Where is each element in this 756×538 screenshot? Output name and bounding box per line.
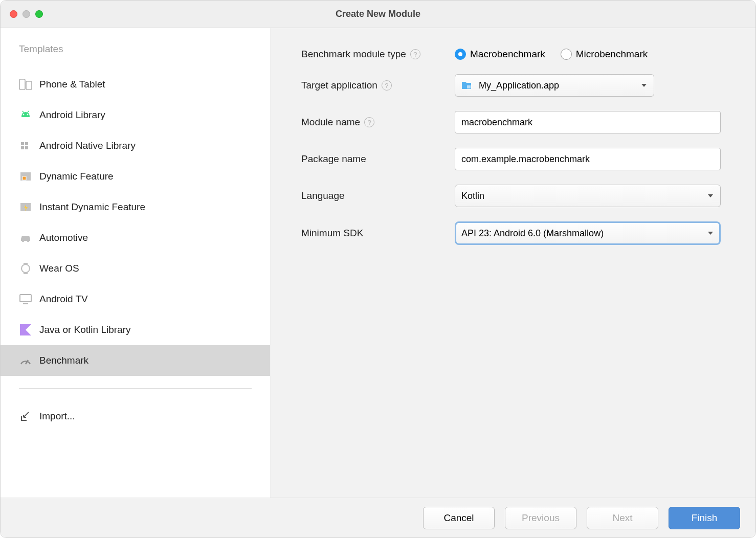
chevron-down-icon bbox=[707, 230, 714, 237]
radio-circle-icon bbox=[561, 49, 572, 60]
sidebar-item-label: Phone & Tablet bbox=[39, 79, 105, 90]
svg-rect-1 bbox=[26, 81, 32, 89]
sidebar-item-label: Android Native Library bbox=[39, 140, 136, 151]
sidebar-item-phone-tablet[interactable]: Phone & Tablet bbox=[1, 69, 270, 100]
kotlin-icon bbox=[19, 324, 32, 336]
import-icon bbox=[19, 410, 32, 422]
minimum-sdk-select[interactable]: API 23: Android 6.0 (Marshmallow) bbox=[455, 221, 721, 245]
car-icon bbox=[19, 232, 32, 244]
svg-point-3 bbox=[27, 114, 29, 116]
dialog-body: Templates Phone & Tablet Android Library bbox=[1, 28, 755, 498]
sidebar-item-android-tv[interactable]: Android TV bbox=[1, 284, 270, 315]
dialog-footer: Cancel Previous Next Finish bbox=[1, 498, 755, 537]
sidebar-item-android-library[interactable]: Android Library bbox=[1, 100, 270, 130]
dynamic-feature-icon bbox=[19, 170, 32, 183]
window-title: Create New Module bbox=[1, 9, 755, 19]
android-icon bbox=[19, 109, 32, 121]
sidebar-item-import[interactable]: Import... bbox=[1, 401, 270, 432]
row-language: Language Kotlin bbox=[301, 185, 735, 207]
svg-point-11 bbox=[22, 240, 25, 242]
sidebar-divider bbox=[19, 388, 252, 389]
close-window-button[interactable] bbox=[10, 10, 17, 18]
target-application-select[interactable]: My_Application.app bbox=[455, 74, 654, 97]
form-panel: Benchmark module type ? Macrobenchmark M… bbox=[271, 28, 755, 498]
svg-rect-6 bbox=[21, 142, 24, 145]
templates-sidebar: Templates Phone & Tablet Android Library bbox=[1, 28, 271, 498]
instant-dynamic-feature-icon bbox=[19, 201, 32, 213]
tv-icon bbox=[19, 293, 32, 305]
label-package-name: Package name bbox=[301, 153, 455, 165]
native-library-icon bbox=[19, 140, 32, 152]
finish-button[interactable]: Finish bbox=[669, 507, 740, 529]
svg-rect-0 bbox=[19, 79, 25, 89]
sidebar-item-wear-os[interactable]: Wear OS bbox=[1, 253, 270, 284]
dialog-window: Create New Module Templates Phone & Tabl… bbox=[0, 0, 756, 538]
chevron-down-icon bbox=[707, 192, 714, 199]
language-select[interactable]: Kotlin bbox=[455, 185, 721, 207]
window-controls bbox=[10, 10, 43, 18]
sidebar-item-label: Java or Kotlin Library bbox=[39, 324, 130, 335]
chevron-down-icon bbox=[640, 82, 648, 89]
phone-tablet-icon bbox=[19, 78, 32, 91]
svg-rect-19 bbox=[467, 85, 471, 88]
gauge-icon bbox=[19, 354, 32, 367]
svg-rect-16 bbox=[20, 295, 31, 302]
label-minimum-sdk: Minimum SDK bbox=[301, 228, 455, 239]
benchmark-type-radio-group: Macrobenchmark Microbenchmark bbox=[455, 49, 735, 60]
radio-circle-icon bbox=[455, 49, 466, 60]
minimize-window-button[interactable] bbox=[23, 10, 30, 18]
sidebar-item-label: Benchmark bbox=[39, 355, 88, 366]
sidebar-item-label: Android Library bbox=[39, 109, 105, 121]
radio-microbenchmark[interactable]: Microbenchmark bbox=[561, 49, 648, 60]
sidebar-item-label: Dynamic Feature bbox=[39, 171, 114, 182]
maximize-window-button[interactable] bbox=[35, 10, 43, 18]
label-module-name: Module name ? bbox=[301, 117, 455, 128]
row-benchmark-module-type: Benchmark module type ? Macrobenchmark M… bbox=[301, 49, 735, 60]
svg-line-5 bbox=[28, 111, 29, 113]
sidebar-item-label: Instant Dynamic Feature bbox=[39, 201, 145, 213]
sidebar-item-label: Android TV bbox=[39, 294, 88, 305]
sidebar-item-label: Import... bbox=[39, 411, 75, 422]
sidebar-item-dynamic-feature[interactable]: Dynamic Feature bbox=[1, 161, 270, 192]
svg-point-2 bbox=[23, 114, 25, 116]
sidebar-heading: Templates bbox=[1, 43, 270, 69]
label-benchmark-module-type: Benchmark module type ? bbox=[301, 49, 455, 60]
sidebar-item-benchmark[interactable]: Benchmark bbox=[1, 345, 270, 376]
titlebar: Create New Module bbox=[1, 1, 755, 28]
sidebar-item-automotive[interactable]: Automotive bbox=[1, 222, 270, 253]
row-package-name: Package name bbox=[301, 148, 735, 170]
sidebar-item-instant-dynamic-feature[interactable]: Instant Dynamic Feature bbox=[1, 192, 270, 222]
svg-rect-9 bbox=[25, 146, 28, 149]
next-button[interactable]: Next bbox=[587, 507, 658, 529]
help-icon[interactable]: ? bbox=[382, 80, 392, 91]
sidebar-item-label: Wear OS bbox=[39, 263, 79, 274]
module-name-input[interactable] bbox=[455, 111, 721, 133]
sidebar-item-label: Automotive bbox=[39, 232, 88, 243]
sidebar-item-java-kotlin-library[interactable]: Java or Kotlin Library bbox=[1, 315, 270, 345]
label-language: Language bbox=[301, 190, 455, 201]
svg-rect-10 bbox=[23, 176, 26, 180]
svg-point-15 bbox=[21, 264, 30, 273]
sidebar-item-android-native-library[interactable]: Android Native Library bbox=[1, 130, 270, 161]
folder-icon bbox=[461, 81, 472, 89]
package-name-input[interactable] bbox=[455, 148, 721, 170]
svg-rect-7 bbox=[25, 142, 28, 145]
svg-line-4 bbox=[23, 111, 24, 113]
label-target-application: Target application ? bbox=[301, 80, 455, 91]
cancel-button[interactable]: Cancel bbox=[423, 507, 495, 529]
row-module-name: Module name ? bbox=[301, 111, 735, 133]
svg-point-12 bbox=[27, 240, 30, 242]
radio-macrobenchmark[interactable]: Macrobenchmark bbox=[455, 49, 545, 60]
previous-button[interactable]: Previous bbox=[505, 507, 576, 529]
help-icon[interactable]: ? bbox=[410, 49, 420, 59]
row-minimum-sdk: Minimum SDK API 23: Android 6.0 (Marshma… bbox=[301, 221, 735, 245]
help-icon[interactable]: ? bbox=[364, 117, 374, 127]
row-target-application: Target application ? My_Application.app bbox=[301, 74, 735, 97]
watch-icon bbox=[19, 262, 32, 275]
svg-rect-8 bbox=[21, 146, 24, 149]
templates-list: Phone & Tablet Android Library Android N… bbox=[1, 69, 270, 376]
